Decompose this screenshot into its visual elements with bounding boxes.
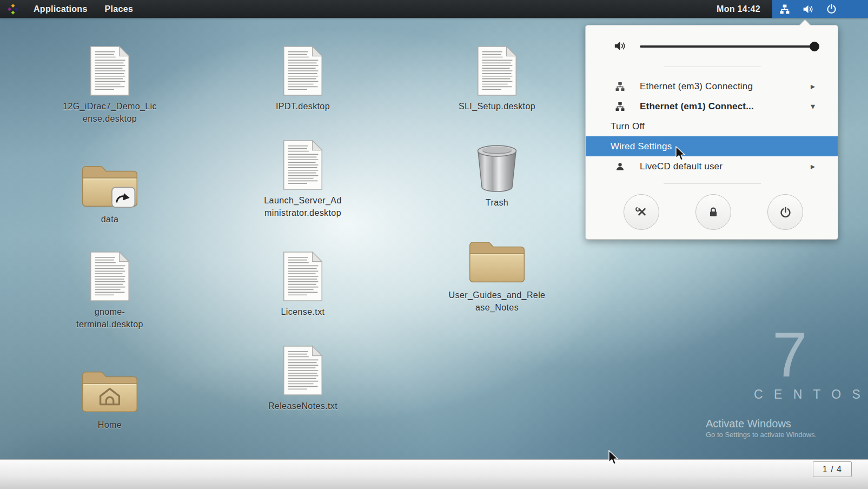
power-icon[interactable]: [826, 4, 837, 14]
desktop-icon-label: Trash: [486, 197, 508, 209]
lock-icon: [707, 206, 719, 218]
document-icon: [83, 45, 137, 96]
trash-icon: [473, 143, 521, 193]
places-menu[interactable]: Places: [96, 0, 142, 18]
menu-item-ethernet-em3[interactable]: Ethernet (em3) Connecting ▸: [586, 76, 838, 96]
menu-divider: [664, 183, 761, 184]
mouse-cursor: [608, 450, 620, 466]
document-icon: [276, 45, 330, 96]
power-button[interactable]: [767, 194, 803, 230]
network-icon[interactable]: [780, 4, 790, 14]
desktop-icon-trash[interactable]: Trash: [447, 143, 547, 209]
power-icon: [780, 207, 791, 218]
system-status-menu: Ethernet (em3) Connecting ▸ Ethernet (em…: [585, 25, 838, 240]
desktop-icon-label: ReleaseNotes.txt: [268, 400, 337, 413]
applications-menu[interactable]: Applications: [25, 0, 96, 18]
document-icon: [276, 345, 330, 396]
menu-item-label: Ethernet (em3) Connecting: [640, 81, 753, 92]
desktop-icon-user-guides-folder[interactable]: User_Guides_and_Release_Notes: [447, 237, 547, 314]
volume-row: [586, 33, 838, 60]
menu-item-livecd-user[interactable]: LiveCD default user ▸: [586, 156, 838, 176]
network-wired-icon: [614, 82, 626, 91]
centos-watermark-brand: C E N T O S: [754, 387, 864, 402]
desktop-icon-home[interactable]: Home: [59, 367, 160, 432]
centos-watermark-seven: 7: [772, 323, 807, 386]
workspace-indicator[interactable]: 1 / 4: [813, 461, 852, 477]
centos-logo-icon: [8, 4, 18, 15]
menu-item-label: Ethernet (em1) Connect...: [640, 101, 754, 112]
menu-pointer-arrow: [799, 19, 811, 31]
desktop-icon-idrac-license[interactable]: 12G_iDrac7_Demo_License.desktop: [59, 45, 160, 125]
folder-shortcut-icon: [78, 161, 141, 209]
document-icon: [470, 45, 524, 96]
clock[interactable]: Mon 14:42: [717, 4, 760, 14]
menu-item-label: Wired Settings: [611, 141, 672, 152]
desktop-icon-launch-server-admin[interactable]: Launch_Server_Administrator.desktop: [253, 140, 353, 219]
menu-action-buttons: [586, 194, 838, 230]
desktop-icon-sli-setup[interactable]: SLI_Setup.desktop: [447, 45, 547, 113]
desktop-icon-label: Launch_Server_Administrator.desktop: [262, 195, 344, 219]
menu-item-ethernet-em1[interactable]: Ethernet (em1) Connect... ▾: [586, 96, 838, 116]
desktop-icon-data-folder[interactable]: data: [59, 161, 160, 226]
chevron-right-icon: ▸: [811, 81, 815, 91]
desktop-icon-gnome-terminal[interactable]: gnome-terminal.desktop: [59, 251, 160, 331]
document-icon: [83, 251, 137, 302]
desktop-icon-ipdt[interactable]: IPDT.desktop: [253, 45, 353, 113]
speaker-icon: [614, 41, 626, 51]
activate-windows-text: Activate Windows: [706, 418, 791, 430]
folder-icon: [466, 237, 528, 285]
desktop-icon-label: User_Guides_and_Release_Notes: [448, 289, 546, 314]
network-wired-icon: [614, 102, 626, 111]
desktop-icon-label: 12G_iDrac7_Demo_License.desktop: [61, 101, 158, 125]
chevron-right-icon: ▸: [811, 161, 815, 171]
volume-slider-knob[interactable]: [810, 42, 819, 51]
window-list-bar: 1 / 4: [0, 459, 868, 489]
lock-button[interactable]: [695, 194, 731, 230]
desktop-icon-license-txt[interactable]: License.txt: [253, 251, 353, 319]
top-bar: Applications Places Mon 14:42: [0, 0, 868, 18]
desktop-icon-label: gnome-terminal.desktop: [67, 306, 153, 331]
settings-tools-icon: [635, 206, 647, 218]
user-icon: [614, 162, 626, 171]
document-icon: [276, 140, 330, 190]
menu-item-wired-settings[interactable]: Wired Settings: [586, 136, 838, 156]
desktop-icon-label: SLI_Setup.desktop: [459, 101, 535, 113]
document-icon: [276, 251, 330, 302]
settings-button[interactable]: [624, 194, 659, 230]
system-tray[interactable]: [772, 0, 868, 18]
volume-icon[interactable]: [803, 4, 813, 14]
volume-slider[interactable]: [640, 45, 817, 48]
menu-item-label: LiveCD default user: [640, 161, 723, 172]
menu-item-turn-off[interactable]: Turn Off: [586, 116, 838, 136]
home-folder-icon: [78, 367, 141, 415]
desktop-icon-label: IPDT.desktop: [276, 101, 330, 113]
activate-windows-subtext: Go to Settings to activate Windows.: [706, 431, 817, 439]
desktop: 7 C E N T O S Activate Windows Go to Set…: [0, 0, 868, 489]
menu-item-label: Turn Off: [611, 121, 645, 132]
menu-divider: [664, 67, 761, 67]
desktop-icon-releasenotes-txt[interactable]: ReleaseNotes.txt: [253, 345, 353, 413]
desktop-icon-label: License.txt: [281, 306, 325, 319]
chevron-down-icon: ▾: [811, 101, 815, 111]
desktop-icon-label: data: [101, 214, 119, 226]
mouse-cursor: [675, 146, 687, 162]
desktop-icon-label: Home: [98, 419, 122, 432]
